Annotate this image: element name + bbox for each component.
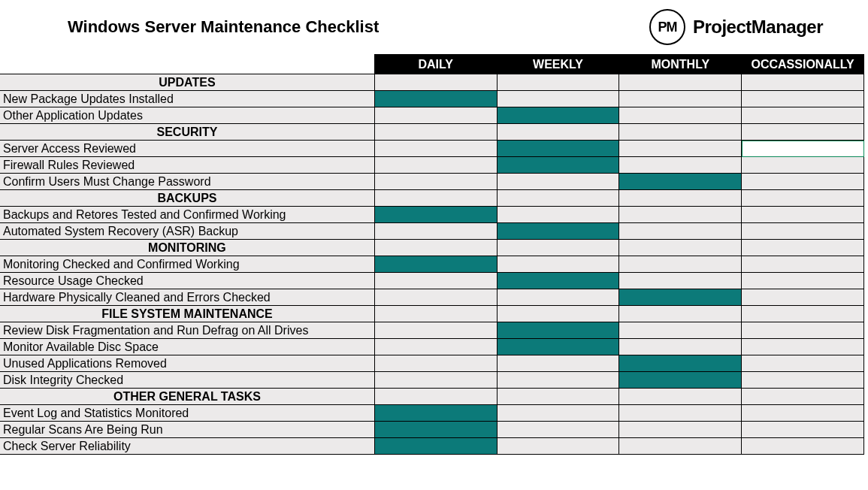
task-label: Disk Integrity Checked: [0, 372, 374, 389]
freq-cell[interactable]: [374, 107, 497, 124]
freq-cell[interactable]: [374, 438, 497, 455]
freq-cell[interactable]: [742, 141, 864, 157]
freq-cell[interactable]: [497, 273, 619, 289]
freq-cell[interactable]: [619, 207, 742, 223]
freq-cell[interactable]: [374, 174, 497, 190]
freq-cell[interactable]: [497, 91, 619, 107]
freq-cell[interactable]: [374, 141, 497, 157]
section-blank-cell: [374, 389, 497, 405]
brand-name: ProjectManager: [693, 17, 823, 38]
section-blank-cell: [497, 124, 619, 141]
freq-cell[interactable]: [497, 422, 619, 438]
freq-cell[interactable]: [374, 405, 497, 422]
freq-cell[interactable]: [619, 289, 742, 306]
section-blank-cell: [742, 190, 864, 207]
table-row: New Package Updates Installed: [0, 91, 864, 107]
freq-cell[interactable]: [619, 141, 742, 157]
freq-cell[interactable]: [619, 355, 742, 372]
table-row: Check Server Reliability: [0, 438, 864, 455]
table-row: Monitoring Checked and Confirmed Working: [0, 256, 864, 273]
freq-cell[interactable]: [497, 207, 619, 223]
freq-cell[interactable]: [742, 223, 864, 240]
freq-cell[interactable]: [374, 223, 497, 240]
freq-cell[interactable]: [619, 405, 742, 422]
task-label: Check Server Reliability: [0, 438, 374, 455]
freq-cell[interactable]: [497, 289, 619, 306]
freq-cell[interactable]: [374, 273, 497, 289]
freq-cell[interactable]: [742, 438, 864, 455]
section-label: OTHER GENERAL TASKS: [0, 389, 374, 405]
freq-cell[interactable]: [619, 157, 742, 174]
freq-cell[interactable]: [619, 91, 742, 107]
freq-cell[interactable]: [374, 355, 497, 372]
table-row: Confirm Users Must Change Password: [0, 174, 864, 190]
freq-cell[interactable]: [374, 339, 497, 355]
section-blank-cell: [497, 190, 619, 207]
freq-cell[interactable]: [374, 372, 497, 389]
freq-cell[interactable]: [374, 422, 497, 438]
freq-cell[interactable]: [742, 174, 864, 190]
freq-cell[interactable]: [374, 256, 497, 273]
section-blank-cell: [374, 124, 497, 141]
freq-cell[interactable]: [619, 273, 742, 289]
freq-cell[interactable]: [742, 405, 864, 422]
freq-cell[interactable]: [497, 174, 619, 190]
freq-cell[interactable]: [742, 372, 864, 389]
freq-cell[interactable]: [619, 223, 742, 240]
freq-cell[interactable]: [742, 157, 864, 174]
task-label: Event Log and Statistics Monitored: [0, 405, 374, 422]
task-header: [0, 55, 374, 74]
table-row: Server Access Reviewed: [0, 141, 864, 157]
freq-cell[interactable]: [742, 339, 864, 355]
freq-cell[interactable]: [619, 372, 742, 389]
freq-cell[interactable]: [497, 322, 619, 339]
freq-cell[interactable]: [374, 289, 497, 306]
freq-cell[interactable]: [497, 339, 619, 355]
section-blank-cell: [742, 389, 864, 405]
freq-cell[interactable]: [742, 256, 864, 273]
freq-cell[interactable]: [374, 91, 497, 107]
table-row: Disk Integrity Checked: [0, 372, 864, 389]
freq-cell[interactable]: [374, 322, 497, 339]
freq-cell[interactable]: [619, 107, 742, 124]
brand: PM ProjectManager: [649, 9, 823, 45]
freq-cell[interactable]: [619, 438, 742, 455]
section-blank-cell: [742, 306, 864, 322]
section-row: MONITORING: [0, 240, 864, 256]
freq-cell[interactable]: [742, 422, 864, 438]
section-row: FILE SYSTEM MAINTENANCE: [0, 306, 864, 322]
freq-cell[interactable]: [497, 107, 619, 124]
section-label: FILE SYSTEM MAINTENANCE: [0, 306, 374, 322]
freq-cell[interactable]: [497, 355, 619, 372]
freq-cell[interactable]: [374, 157, 497, 174]
freq-cell[interactable]: [619, 322, 742, 339]
page-title: Windows Server Maintenance Checklist: [68, 17, 379, 37]
freq-cell[interactable]: [619, 256, 742, 273]
freq-cell[interactable]: [497, 405, 619, 422]
freq-cell[interactable]: [497, 372, 619, 389]
freq-cell[interactable]: [497, 157, 619, 174]
section-blank-cell: [497, 306, 619, 322]
freq-cell[interactable]: [742, 207, 864, 223]
section-blank-cell: [497, 240, 619, 256]
task-label: Server Access Reviewed: [0, 141, 374, 157]
freq-cell[interactable]: [742, 91, 864, 107]
table-row: Hardware Physically Cleaned and Errors C…: [0, 289, 864, 306]
freq-cell[interactable]: [497, 223, 619, 240]
freq-cell[interactable]: [497, 438, 619, 455]
freq-cell[interactable]: [742, 273, 864, 289]
freq-cell[interactable]: [742, 289, 864, 306]
section-blank-cell: [497, 74, 619, 91]
freq-cell[interactable]: [742, 355, 864, 372]
freq-cell[interactable]: [497, 141, 619, 157]
table-row: Review Disk Fragmentation and Run Defrag…: [0, 322, 864, 339]
freq-cell[interactable]: [742, 322, 864, 339]
freq-cell[interactable]: [497, 256, 619, 273]
freq-cell[interactable]: [619, 422, 742, 438]
freq-cell[interactable]: [619, 339, 742, 355]
freq-cell[interactable]: [742, 107, 864, 124]
section-blank-cell: [374, 240, 497, 256]
freq-cell[interactable]: [374, 207, 497, 223]
freq-cell[interactable]: [619, 174, 742, 190]
task-label: Regular Scans Are Being Run: [0, 422, 374, 438]
